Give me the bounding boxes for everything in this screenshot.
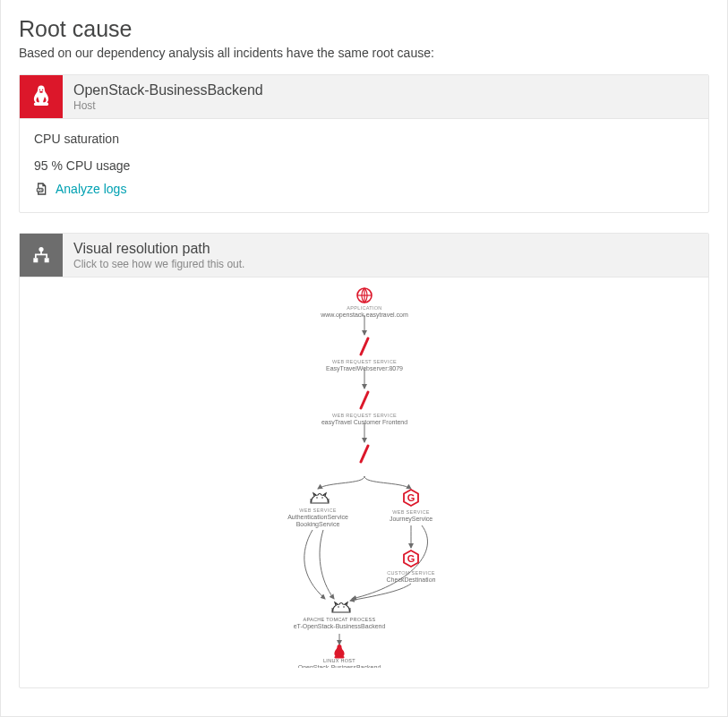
node-webrequest-1[interactable]: WEB REQUEST SERVICE EasyTravelWebserver:… (326, 338, 403, 372)
svg-line-20 (361, 446, 368, 462)
page-subtitle: Based on our dependency analysis all inc… (19, 46, 709, 60)
root-cause-entity-type: Host (73, 99, 263, 112)
log-file-icon: LOG (34, 182, 48, 196)
svg-text:LOG: LOG (37, 189, 44, 192)
svg-text:OpenStack-BusinessBackend: OpenStack-BusinessBackend (297, 664, 381, 668)
svg-text:easyTravel Customer Frontend: easyTravel Customer Frontend (321, 419, 407, 426)
svg-line-17 (361, 392, 368, 408)
svg-point-34 (338, 606, 339, 608)
node-tomcat-process[interactable]: APACHE TOMCAT PROCESS eT-OpenStack-Busin… (293, 602, 385, 630)
svg-text:WEB SERVICE: WEB SERVICE (392, 509, 429, 515)
visual-resolution-subtitle: Click to see how we figured this out. (73, 258, 244, 270)
path-graph-icon (20, 234, 63, 277)
svg-text:CUSTOM SERVICE: CUSTOM SERVICE (387, 570, 435, 576)
svg-rect-4 (45, 258, 49, 262)
node-application[interactable]: APPLICATION www.openstack.easytravel.com (320, 288, 408, 319)
svg-line-14 (361, 338, 368, 354)
svg-text:WEB REQUEST SERVICE: WEB REQUEST SERVICE (332, 359, 397, 364)
page-title: Root cause (19, 16, 709, 42)
finding-title: CPU saturation (34, 132, 694, 146)
node-check-destination[interactable]: G CUSTOM SERVICE CheckDestination (386, 551, 435, 583)
svg-text:APACHE TOMCAT PROCESS: APACHE TOMCAT PROCESS (303, 617, 375, 622)
svg-text:WEB SERVICE: WEB SERVICE (299, 508, 336, 513)
root-cause-entity-name: OpenStack-BusinessBackend (73, 82, 263, 98)
svg-text:AuthenticationService: AuthenticationService (287, 514, 348, 520)
svg-text:LINUX HOST: LINUX HOST (322, 658, 355, 663)
svg-text:WEB REQUEST SERVICE: WEB REQUEST SERVICE (332, 413, 397, 418)
svg-point-22 (321, 497, 323, 499)
visual-resolution-header[interactable]: Visual resolution path Click to see how … (20, 234, 708, 277)
svg-text:BookingService: BookingService (295, 521, 339, 528)
svg-point-21 (316, 497, 318, 499)
visual-resolution-panel: Visual resolution path Click to see how … (19, 233, 709, 688)
svg-text:G: G (407, 492, 415, 503)
svg-text:CheckDestination: CheckDestination (386, 576, 435, 583)
svg-text:APPLICATION: APPLICATION (347, 305, 381, 311)
svg-point-2 (39, 247, 43, 252)
svg-rect-3 (33, 258, 38, 262)
visual-resolution-title: Visual resolution path (73, 241, 244, 257)
svg-point-35 (343, 606, 345, 608)
svg-text:eT-OpenStack-BusinessBackend: eT-OpenStack-BusinessBackend (293, 623, 385, 630)
analyze-logs-link[interactable]: Analyze logs (56, 182, 126, 196)
finding-value: 95 % CPU usage (34, 158, 694, 173)
node-linux-host[interactable]: LINUX HOST OpenStack-BusinessBackend (297, 644, 381, 668)
node-webrequest-2[interactable]: WEB REQUEST SERVICE easyTravel Customer … (321, 392, 407, 426)
node-auth-booking-service[interactable]: WEB SERVICE AuthenticationService Bookin… (287, 493, 348, 528)
svg-text:www.openstack.easytravel.com: www.openstack.easytravel.com (320, 312, 408, 319)
resolution-graph[interactable]: APPLICATION www.openstack.easytravel.com… (20, 277, 708, 687)
svg-text:G: G (407, 553, 415, 564)
linux-host-icon (20, 75, 63, 118)
svg-text:EasyTravelWebserver:8079: EasyTravelWebserver:8079 (326, 365, 403, 372)
node-journey-service[interactable]: G WEB SERVICE JourneyService (389, 490, 432, 523)
root-cause-panel: OpenStack-BusinessBackend Host CPU satur… (19, 74, 709, 213)
svg-text:JourneyService: JourneyService (389, 516, 432, 523)
root-cause-header[interactable]: OpenStack-BusinessBackend Host (20, 75, 708, 119)
